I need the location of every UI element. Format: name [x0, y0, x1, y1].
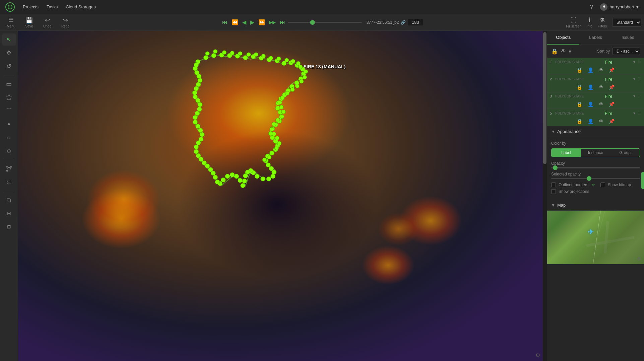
opacity-slider[interactable] [551, 167, 640, 168]
object-list: 1 POLYGON SHAPE Fire ▾ ⋮ 🔒 👤 👁 📌 2 POLYG… [547, 58, 644, 126]
app-logo[interactable] [5, 2, 15, 12]
svg-point-72 [194, 145, 199, 149]
tool-rectangle[interactable]: ▭ [2, 78, 16, 90]
playback-slider[interactable] [288, 22, 362, 23]
obj-user-icon[interactable]: 👤 [588, 84, 593, 90]
obj-pin-icon[interactable]: 📌 [609, 119, 615, 124]
map-settings-icon[interactable]: ⚙ [637, 256, 641, 262]
canvas-settings-icon[interactable]: ⚙ [535, 352, 540, 358]
user-menu[interactable]: H harryhubbert ▾ [600, 3, 639, 11]
frame-number[interactable]: 183 [408, 19, 423, 25]
canvas-area[interactable]: FIRE 13 (MANUAL) [18, 31, 547, 361]
obj-more-icon[interactable]: ⋮ [637, 111, 641, 116]
info-button[interactable]: ℹ Info [587, 16, 592, 28]
color-group-button[interactable]: Group [610, 149, 640, 157]
playback-next-button[interactable]: ▶▶ [268, 20, 277, 25]
obj-visibility-icon[interactable]: 👁 [599, 119, 603, 124]
obj-chevron-icon[interactable]: ▾ [633, 77, 635, 81]
redo-button[interactable]: ↪ Redo [57, 15, 74, 29]
opacity-row: Opacity [551, 161, 640, 168]
selected-opacity-thumb[interactable] [587, 176, 591, 181]
menu-button[interactable]: ☰ Menu [3, 15, 19, 29]
help-icon[interactable]: ? [588, 4, 595, 10]
obj-visibility-icon[interactable]: 👁 [599, 101, 603, 107]
save-button[interactable]: 💾 Save [21, 15, 38, 29]
show-projections-checkbox[interactable] [551, 189, 556, 194]
filters-button[interactable]: ⚗ Filters [598, 16, 607, 28]
obj-lock-icon[interactable]: 🔒 [577, 119, 582, 124]
playback-prev-multi-button[interactable]: ⏪ [231, 19, 239, 25]
svg-point-120 [270, 127, 274, 131]
outlined-borders-checkbox[interactable] [551, 183, 556, 187]
show-bitmap-checkbox[interactable] [600, 183, 605, 187]
outlined-borders-edit-icon[interactable]: ✏ [592, 183, 595, 187]
nav-cloud-storages[interactable]: Cloud Storages [66, 4, 96, 9]
color-instance-button[interactable]: Instance [581, 149, 610, 157]
main-content: ↖ ✥ ↺ ▭ ⬠ ⌒ • ○ ⬡ 🏷 ⧉ ⊞ ⊟ [0, 31, 644, 361]
obj-visibility-icon[interactable]: 👁 [599, 84, 603, 90]
right-collapse-tab[interactable] [641, 172, 644, 189]
tool-split[interactable]: ⊟ [2, 221, 16, 233]
obj-type: POLYGON SHAPE [555, 94, 584, 98]
tool-point[interactable]: • [2, 118, 16, 130]
obj-user-icon[interactable]: 👤 [588, 119, 593, 124]
playback-next-multi-button[interactable]: ⏩ [257, 19, 266, 25]
svg-point-104 [291, 59, 295, 63]
obj-pin-icon[interactable]: 📌 [609, 84, 615, 90]
obj-more-icon[interactable]: ⋮ [637, 93, 641, 99]
playback-thumb[interactable] [310, 20, 315, 25]
tab-objects[interactable]: Objects [547, 31, 579, 45]
tool-rotate[interactable]: ↺ [2, 60, 16, 72]
obj-chevron-icon[interactable]: ▾ [633, 111, 635, 116]
playback-last-button[interactable]: ⏭ [279, 19, 286, 25]
obj-more-icon[interactable]: ⋮ [637, 76, 641, 82]
nav-projects[interactable]: Projects [23, 4, 39, 9]
obj-chevron-icon[interactable]: ▾ [633, 94, 635, 98]
svg-point-79 [193, 115, 198, 120]
obj-visibility-icon[interactable]: 👁 [599, 67, 603, 73]
sort-select[interactable]: ID - asc... [613, 48, 640, 55]
obj-pin-icon[interactable]: 📌 [609, 67, 615, 73]
tool-merge[interactable]: ⊞ [2, 207, 16, 219]
obj-user-icon[interactable]: 👤 [588, 101, 593, 107]
more-options-icon[interactable]: ▾ [569, 48, 571, 55]
obj-chevron-icon[interactable]: ▾ [633, 60, 635, 64]
fullscreen-button[interactable]: ⛶ Fullscreen [566, 17, 581, 28]
map-section-header[interactable]: ▼ Map [547, 200, 644, 211]
tool-move[interactable]: ✥ [2, 47, 16, 59]
playback-prev-button[interactable]: ◀ [241, 19, 247, 25]
tab-labels[interactable]: Labels [579, 31, 611, 45]
visibility-all-icon[interactable]: 👁 [561, 48, 566, 54]
appearance-section-header[interactable]: ▼ Appearance [547, 126, 644, 137]
tool-polygon[interactable]: ⬠ [2, 91, 16, 103]
playback-play-button[interactable]: ▶ [249, 19, 255, 25]
tool-ai[interactable] [2, 163, 16, 175]
lock-all-icon[interactable]: 🔒 [551, 48, 558, 55]
selected-opacity-slider[interactable] [551, 178, 640, 179]
undo-button[interactable]: ↩ Undo [39, 15, 56, 29]
nav-tasks[interactable]: Tasks [47, 4, 58, 9]
frame-link-icon[interactable]: 🔗 [401, 20, 406, 25]
canvas-scroll-thumb[interactable] [543, 32, 546, 164]
obj-pin-icon[interactable]: 📌 [609, 101, 615, 107]
tool-ellipse[interactable]: ○ [2, 132, 16, 144]
obj-lock-icon[interactable]: 🔒 [577, 101, 582, 107]
tool-group[interactable]: ⧉ [2, 194, 16, 206]
obj-more-icon[interactable]: ⋮ [637, 59, 641, 65]
tool-cursor[interactable]: ↖ [2, 33, 16, 46]
obj-lock-icon[interactable]: 🔒 [577, 67, 582, 73]
canvas-scrollbar[interactable] [543, 31, 547, 361]
filter-preset-select[interactable]: Standard [612, 18, 641, 27]
tool-cuboid[interactable]: ⬡ [2, 145, 16, 157]
tool-polyline[interactable]: ⌒ [2, 105, 16, 117]
svg-point-97 [238, 52, 242, 56]
map-thumbnail[interactable]: ✈ ⚙ [547, 211, 644, 264]
obj-lock-icon[interactable]: 🔒 [577, 84, 582, 90]
map-plane-icon: ✈ [588, 228, 594, 236]
tab-issues[interactable]: Issues [612, 31, 644, 45]
tool-tag[interactable]: 🏷 [2, 176, 16, 188]
obj-user-icon[interactable]: 👤 [588, 67, 593, 73]
playback-first-button[interactable]: ⏮ [221, 19, 229, 25]
color-label-button[interactable]: Label [552, 149, 581, 157]
opacity-thumb[interactable] [553, 165, 558, 170]
